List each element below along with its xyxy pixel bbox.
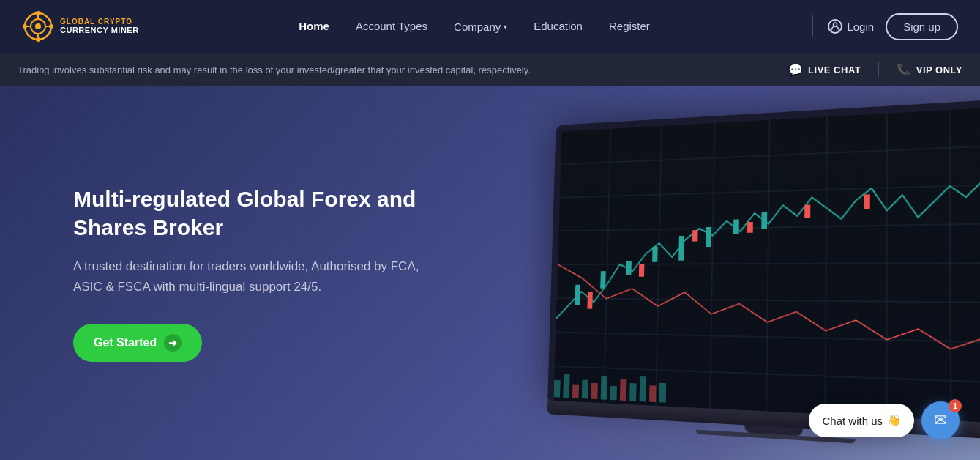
chevron-down-icon: ▾ <box>504 23 507 31</box>
svg-rect-28 <box>626 261 631 275</box>
nav-item-home[interactable]: Home <box>299 20 329 33</box>
svg-rect-51 <box>659 383 667 403</box>
vip-only-button[interactable]: 📞 VIP ONLY <box>897 63 962 76</box>
svg-rect-35 <box>639 264 644 277</box>
chat-icon: ✉ <box>934 411 947 430</box>
svg-rect-43 <box>582 379 588 398</box>
svg-line-25 <box>949 110 951 420</box>
laptop-screen-inner: 1.3245 1.3200 1.3155 1.3110 <box>554 105 980 425</box>
login-button[interactable]: Login <box>828 19 874 34</box>
nav-divider <box>812 15 813 37</box>
svg-rect-36 <box>692 230 698 242</box>
svg-rect-44 <box>591 383 598 399</box>
live-chat-button[interactable]: 💬 LIVE CHAT <box>788 63 861 77</box>
svg-rect-45 <box>601 376 608 400</box>
svg-line-21 <box>710 123 714 409</box>
svg-rect-41 <box>563 374 569 398</box>
hero-subtitle: A trusted destination for traders worldw… <box>73 256 424 297</box>
svg-rect-33 <box>761 212 767 229</box>
svg-point-2 <box>36 11 40 15</box>
nav-item-education[interactable]: Education <box>534 20 583 33</box>
nav-right: Login Sign up <box>809 13 958 40</box>
hero-title: Multi-regulated Global Forex and Shares … <box>73 185 424 242</box>
svg-line-18 <box>555 366 980 384</box>
chat-bubble[interactable]: Chat with us 👋 <box>809 404 914 437</box>
svg-line-12 <box>561 144 980 165</box>
svg-rect-40 <box>554 380 561 398</box>
svg-line-20 <box>656 126 662 406</box>
svg-rect-38 <box>804 205 810 218</box>
svg-rect-32 <box>733 219 739 234</box>
nav-item-account-types[interactable]: Account Types <box>356 20 427 33</box>
logo[interactable]: GLOBAL CRYPTO CURRENCY MINER <box>22 10 139 42</box>
logo-bottom: CURRENCY MINER <box>60 26 139 34</box>
svg-rect-42 <box>572 385 579 398</box>
svg-rect-37 <box>747 222 753 233</box>
signup-button[interactable]: Sign up <box>886 13 958 40</box>
svg-rect-26 <box>575 285 581 305</box>
ticker-actions: 💬 LIVE CHAT 📞 VIP ONLY <box>788 62 962 77</box>
svg-point-3 <box>36 37 40 42</box>
chat-button[interactable]: ✉ 1 <box>921 401 960 439</box>
navbar: GLOBAL CRYPTO CURRENCY MINER Home Accoun… <box>0 0 980 53</box>
svg-rect-34 <box>587 292 592 308</box>
svg-rect-47 <box>620 379 627 401</box>
nav-link-account-types[interactable]: Account Types <box>356 20 427 32</box>
chat-bubble-icon: 💬 <box>788 63 804 77</box>
phone-icon: 📞 <box>897 63 911 76</box>
svg-rect-30 <box>678 236 684 261</box>
arrow-circle-icon: ➜ <box>164 334 182 352</box>
chart-area: 1.3245 1.3200 1.3155 1.3110 <box>554 105 980 425</box>
nav-link-company[interactable]: Company ▾ <box>454 21 507 33</box>
logo-top: GLOBAL CRYPTO <box>60 18 139 26</box>
svg-line-14 <box>558 223 980 231</box>
nav-links: Home Account Types Company ▾ Education R… <box>299 20 650 33</box>
laptop-screen-outer: 1.3245 1.3200 1.3155 1.3110 <box>547 97 980 425</box>
svg-rect-31 <box>706 227 711 247</box>
svg-rect-49 <box>640 376 647 401</box>
logo-text: GLOBAL CRYPTO CURRENCY MINER <box>60 18 139 34</box>
svg-line-22 <box>766 120 770 412</box>
ticker-text: Trading involves substantial risk and ma… <box>18 64 531 75</box>
ticker-bar: Trading involves substantial risk and ma… <box>0 53 980 86</box>
svg-rect-48 <box>629 383 636 401</box>
svg-line-23 <box>826 116 828 414</box>
chat-label: Chat with us <box>822 415 883 427</box>
wave-emoji: 👋 <box>887 414 901 427</box>
chat-widget: Chat with us 👋 ✉ 1 <box>809 401 960 439</box>
chat-badge: 1 <box>949 399 962 412</box>
account-icon <box>828 19 842 34</box>
nav-link-register[interactable]: Register <box>609 20 650 32</box>
svg-line-13 <box>560 184 980 198</box>
svg-rect-46 <box>610 386 617 401</box>
svg-rect-27 <box>600 271 605 288</box>
hero-section: 3 <box>0 86 980 460</box>
svg-point-6 <box>35 23 41 29</box>
svg-line-19 <box>604 129 611 404</box>
nav-item-company[interactable]: Company ▾ <box>454 21 507 33</box>
hero-content: Multi-regulated Global Forex and Shares … <box>0 185 424 362</box>
ticker-sep <box>878 62 879 77</box>
svg-point-5 <box>49 24 53 29</box>
nav-item-register[interactable]: Register <box>609 20 650 33</box>
svg-rect-39 <box>864 194 869 209</box>
svg-rect-29 <box>652 247 658 262</box>
svg-line-17 <box>556 332 980 343</box>
get-started-button[interactable]: Get Started ➜ <box>73 324 202 362</box>
svg-line-16 <box>557 298 980 303</box>
svg-rect-50 <box>649 385 657 402</box>
nav-link-education[interactable]: Education <box>534 20 583 32</box>
svg-point-4 <box>23 24 27 29</box>
nav-link-home[interactable]: Home <box>299 20 329 32</box>
